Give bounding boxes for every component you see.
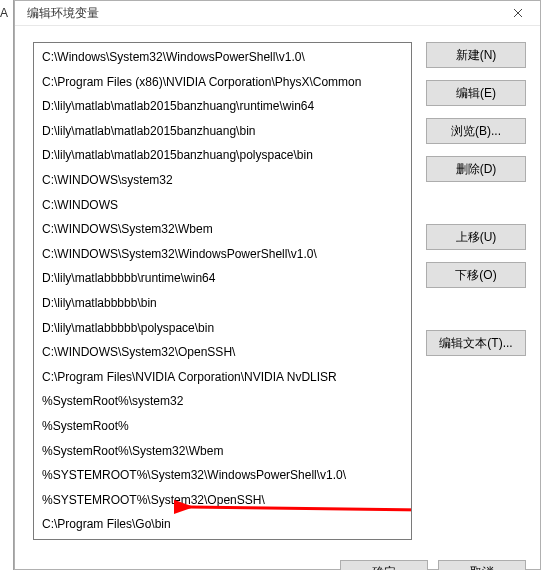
cancel-button[interactable]: 取消 [438,560,526,570]
dialog-content: C:\Windows\System32\WindowsPowerShell\v1… [15,26,540,550]
dialog-footer: 确定 取消 [15,550,540,570]
dialog-window: 编辑环境变量 C:\Windows\System32\WindowsPowerS… [14,0,541,570]
list-item[interactable]: C:\WINDOWS\system32 [34,168,411,193]
background-window-edge: A [0,0,14,570]
list-item[interactable]: C:\Program Files\NVIDIA Corporation\NVID… [34,365,411,390]
list-item[interactable]: %SystemRoot%\System32\Wbem [34,439,411,464]
list-item[interactable]: %SYSTEMROOT%\System32\WindowsPowerShell\… [34,463,411,488]
path-listbox[interactable]: C:\Windows\System32\WindowsPowerShell\v1… [33,42,412,540]
list-item[interactable]: D:\lily\matlabbbbb\bin [34,291,411,316]
button-gap [426,194,526,212]
button-gap [426,300,526,318]
list-item[interactable]: D:\lily\matlab\matlab2015banzhuang\polys… [34,143,411,168]
list-item[interactable]: D:\lily\matlab\matlab2015banzhuang\runti… [34,94,411,119]
browse-button[interactable]: 浏览(B)... [426,118,526,144]
list-item[interactable]: C:\Program Files\Go\bin [34,512,411,537]
list-item[interactable]: D:\lily\matlab\matlab2015banzhuang\bin [34,119,411,144]
list-item[interactable]: %SystemRoot% [34,414,411,439]
list-item[interactable]: %SYSTEMROOT%\System32\OpenSSH\ [34,488,411,513]
titlebar: 编辑环境变量 [15,1,540,26]
new-button[interactable]: 新建(N) [426,42,526,68]
list-item[interactable]: C:\Windows\System32\WindowsPowerShell\v1… [34,45,411,70]
list-item[interactable]: C:\WINDOWS [34,193,411,218]
close-button[interactable] [506,1,530,25]
list-item[interactable]: C:\WINDOWS\System32\OpenSSH\ [34,340,411,365]
list-item[interactable]: %SystemRoot%\system32 [34,389,411,414]
list-item[interactable]: C:\Program Files (x86)\NVIDIA Corporatio… [34,70,411,95]
ok-button[interactable]: 确定 [340,560,428,570]
move-down-button[interactable]: 下移(O) [426,262,526,288]
edit-button[interactable]: 编辑(E) [426,80,526,106]
delete-button[interactable]: 删除(D) [426,156,526,182]
list-item[interactable]: C:\WINDOWS\System32\Wbem [34,217,411,242]
list-item[interactable]: D:\lily\matlabbbbb\polyspace\bin [34,316,411,341]
window-title: 编辑环境变量 [27,5,99,22]
close-icon [513,8,523,18]
list-item[interactable]: C:\WINDOWS\System32\WindowsPowerShell\v1… [34,242,411,267]
list-item[interactable]: D:\lily\matlabbbbb\runtime\win64 [34,266,411,291]
edit-text-button[interactable]: 编辑文本(T)... [426,330,526,356]
side-buttons: 新建(N) 编辑(E) 浏览(B)... 删除(D) 上移(U) 下移(O) 编… [426,42,526,540]
bg-edge-text: A [0,6,8,20]
move-up-button[interactable]: 上移(U) [426,224,526,250]
